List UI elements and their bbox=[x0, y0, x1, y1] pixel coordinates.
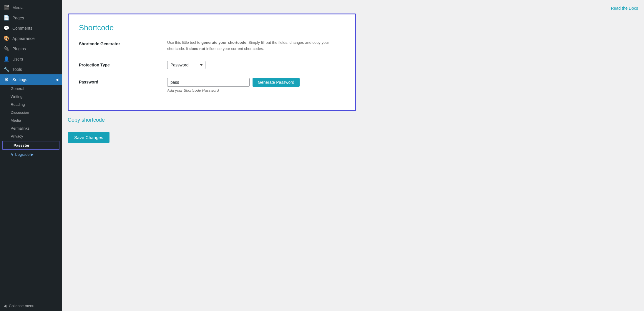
sidebar-item-label: Users bbox=[12, 57, 23, 61]
protection-type-content: Password Category Role bbox=[167, 61, 345, 69]
tools-icon: 🔧 bbox=[4, 66, 9, 72]
settings-submenu: General Writing Reading Discussion Media… bbox=[0, 85, 62, 158]
protection-type-select[interactable]: Password Category Role bbox=[167, 61, 205, 69]
sidebar-item-appearance[interactable]: 🎨 Appearance bbox=[0, 33, 62, 44]
generator-description-text: Use this little tool to generate your sh… bbox=[167, 40, 345, 52]
submenu-item-privacy[interactable]: Privacy bbox=[0, 132, 62, 140]
media-icon: 🎬 bbox=[4, 5, 9, 10]
save-changes-button[interactable]: Save Changes bbox=[68, 132, 109, 143]
submenu-item-writing[interactable]: Writing bbox=[0, 93, 62, 101]
submenu-item-passster[interactable]: Passster bbox=[2, 141, 59, 150]
plugins-icon: 🔌 bbox=[4, 46, 9, 51]
sidebar-item-plugins[interactable]: 🔌 Plugins bbox=[0, 44, 62, 54]
sidebar-item-label: Appearance bbox=[12, 36, 35, 41]
sidebar-item-comments[interactable]: 💬 Comments bbox=[0, 23, 62, 33]
settings-icon: ⚙ bbox=[4, 77, 9, 82]
submenu-item-upgrade[interactable]: ↳ Upgrade ▶ bbox=[0, 151, 62, 158]
protection-type-label: Protection Type bbox=[79, 61, 161, 67]
sidebar-item-label: Settings bbox=[12, 77, 27, 82]
password-input[interactable] bbox=[167, 78, 250, 87]
sidebar-item-settings[interactable]: ⚙ Settings ◀ bbox=[0, 74, 62, 85]
password-input-row: Generate Password bbox=[167, 78, 345, 87]
form-row-password: Password Generate Password Add your Shor… bbox=[79, 78, 345, 93]
generate-password-button[interactable]: Generate Password bbox=[253, 78, 300, 87]
sidebar-item-users[interactable]: 👤 Users bbox=[0, 54, 62, 64]
sidebar: 🎬 Media 📄 Pages 💬 Comments 🎨 Appearance … bbox=[0, 0, 62, 311]
generator-description: Use this little tool to generate your sh… bbox=[167, 40, 345, 52]
sidebar-item-label: Pages bbox=[12, 16, 24, 20]
collapse-menu-button[interactable]: ◀ Collapse menu bbox=[0, 301, 62, 311]
submenu-item-permalinks[interactable]: Permalinks bbox=[0, 124, 62, 132]
shortcode-title: Shortcode bbox=[79, 23, 345, 32]
copy-shortcode-link[interactable]: Copy shortcode bbox=[68, 117, 105, 123]
password-hint: Add your Shortcode Password bbox=[167, 88, 345, 93]
pages-icon: 📄 bbox=[4, 15, 9, 21]
form-row-protection-type: Protection Type Password Category Role bbox=[79, 61, 345, 69]
sidebar-item-pages[interactable]: 📄 Pages bbox=[0, 13, 62, 23]
submenu-item-media[interactable]: Media bbox=[0, 116, 62, 124]
top-bar: Read the Docs bbox=[68, 6, 638, 11]
sidebar-item-label: Comments bbox=[12, 26, 32, 31]
submenu-item-general[interactable]: General bbox=[0, 85, 62, 93]
password-content: Generate Password Add your Shortcode Pas… bbox=[167, 78, 345, 93]
sidebar-item-tools[interactable]: 🔧 Tools bbox=[0, 64, 62, 74]
read-docs-link[interactable]: Read the Docs bbox=[611, 6, 638, 11]
form-row-generator: Shortcode Generator Use this little tool… bbox=[79, 40, 345, 52]
collapse-icon: ◀ bbox=[4, 304, 6, 308]
settings-arrow-icon: ◀ bbox=[56, 78, 58, 82]
sidebar-item-media[interactable]: 🎬 Media bbox=[0, 2, 62, 13]
users-icon: 👤 bbox=[4, 56, 9, 62]
sidebar-item-label: Media bbox=[12, 5, 24, 10]
generator-label: Shortcode Generator bbox=[79, 40, 161, 46]
comments-icon: 💬 bbox=[4, 25, 9, 31]
shortcode-box: Shortcode Shortcode Generator Use this l… bbox=[68, 14, 356, 111]
password-label: Password bbox=[79, 78, 161, 84]
sidebar-item-label: Plugins bbox=[12, 46, 26, 51]
submenu-item-reading[interactable]: Reading bbox=[0, 101, 62, 108]
appearance-icon: 🎨 bbox=[4, 36, 9, 41]
sidebar-item-label: Tools bbox=[12, 67, 22, 72]
submenu-item-discussion[interactable]: Discussion bbox=[0, 108, 62, 116]
main-content: Read the Docs Shortcode Shortcode Genera… bbox=[62, 0, 644, 311]
